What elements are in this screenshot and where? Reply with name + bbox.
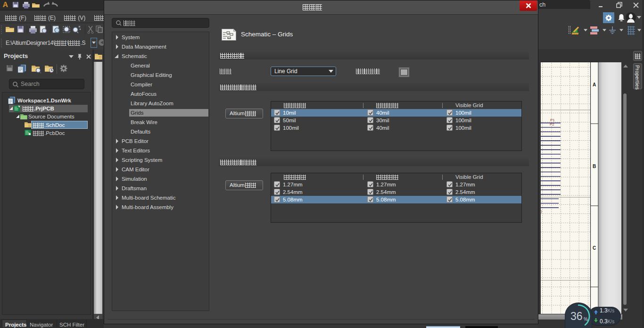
svg-text:): ) <box>541 209 542 213</box>
svg-text:%: % <box>584 317 588 322</box>
svg-text:C: C <box>593 245 596 251</box>
svg-text:36: 36 <box>570 310 583 322</box>
svg-text:P1: P1 <box>550 118 555 122</box>
svg-text:P2: P2 <box>550 122 554 126</box>
svg-text:A: A <box>593 82 596 87</box>
svg-text:B: B <box>593 164 596 169</box>
